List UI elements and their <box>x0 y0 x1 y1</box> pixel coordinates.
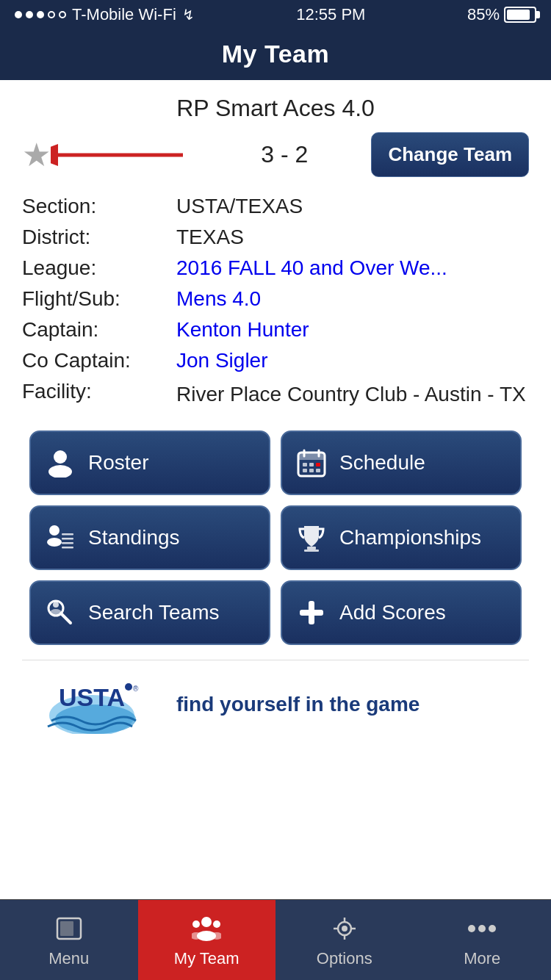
svg-rect-11 <box>316 463 320 466</box>
standings-button[interactable]: Standings <box>29 505 270 570</box>
svg-rect-10 <box>309 463 314 466</box>
district-label: District: <box>22 226 176 249</box>
tab-myteam[interactable]: My Team <box>138 900 276 980</box>
championships-icon <box>294 520 329 555</box>
district-value: TEXAS <box>176 226 244 249</box>
svg-rect-20 <box>307 547 316 550</box>
svg-rect-12 <box>309 469 314 472</box>
page-title: My Team <box>222 40 329 68</box>
change-team-button[interactable]: Change Team <box>371 132 529 177</box>
team-record: 3 - 2 <box>198 141 371 168</box>
flight-label: Flight/Sub: <box>22 287 176 311</box>
search-teams-icon <box>43 595 78 630</box>
tab-bar: Menu My Team Options <box>0 899 551 980</box>
facility-row: Facility: River Place Country Club - Aus… <box>22 380 529 408</box>
time-label: 12:55 PM <box>296 5 365 24</box>
league-row: League: 2016 FALL 40 and Over We... <box>22 256 529 280</box>
svg-point-14 <box>49 525 60 536</box>
menu-icon <box>53 912 85 945</box>
favorite-star[interactable]: ★ <box>22 139 51 171</box>
roster-label: Roster <box>88 451 148 475</box>
add-scores-icon <box>294 595 329 630</box>
svg-point-31 <box>125 683 132 691</box>
svg-rect-13 <box>316 469 320 472</box>
search-teams-label: Search Teams <box>88 601 219 624</box>
league-label: League: <box>22 256 176 280</box>
arrow-icon <box>51 140 198 170</box>
svg-point-15 <box>47 538 62 547</box>
usta-banner: USTA ® find yourself in the game <box>22 660 529 749</box>
svg-point-49 <box>489 925 496 932</box>
championships-button[interactable]: Championships <box>281 505 522 570</box>
facility-label: Facility: <box>22 380 176 403</box>
svg-point-2 <box>54 450 67 464</box>
svg-rect-16 <box>62 533 73 536</box>
more-icon <box>466 912 498 945</box>
nav-bar: My Team <box>0 29 551 80</box>
tab-more[interactable]: More <box>414 900 552 980</box>
cocaptain-value[interactable]: Jon Sigler <box>176 349 268 372</box>
svg-rect-9 <box>303 469 307 472</box>
svg-rect-18 <box>62 542 73 544</box>
standings-icon <box>43 520 78 555</box>
tab-menu-label: Menu <box>48 949 89 968</box>
schedule-icon <box>294 445 329 480</box>
svg-line-25 <box>61 613 71 623</box>
championships-label: Championships <box>339 526 481 550</box>
add-scores-label: Add Scores <box>339 601 446 624</box>
wifi-icon: ↯ <box>182 6 195 24</box>
svg-rect-27 <box>300 610 323 616</box>
league-value[interactable]: 2016 FALL 40 and Over We... <box>176 256 447 280</box>
standings-label: Standings <box>88 526 180 550</box>
captain-value[interactable]: Kenton Hunter <box>176 318 309 342</box>
tab-myteam-label: My Team <box>174 949 240 968</box>
svg-point-47 <box>468 925 475 932</box>
schedule-label: Schedule <box>339 451 425 475</box>
svg-rect-5 <box>298 453 325 460</box>
facility-value: River Place Country Club - Austin - TX <box>176 380 526 408</box>
svg-rect-34 <box>60 921 73 936</box>
carrier-label: T-Mobile Wi-Fi <box>72 5 176 24</box>
team-name: RP Smart Aces 4.0 <box>22 95 529 122</box>
roster-button[interactable]: Roster <box>29 430 270 495</box>
district-row: District: TEXAS <box>22 226 529 249</box>
usta-tagline: find yourself in the game <box>176 693 419 716</box>
usta-logo: USTA ® <box>44 675 162 734</box>
team-stats-row: ★ 3 - 2 Change Team <box>22 132 529 177</box>
svg-point-35 <box>201 917 212 927</box>
red-arrow <box>51 140 198 170</box>
cocaptain-label: Co Captain: <box>22 349 176 372</box>
tab-options[interactable]: Options <box>276 900 414 980</box>
svg-point-3 <box>48 465 72 478</box>
battery-icon <box>504 7 536 23</box>
favorite-arrow-area: ★ <box>22 139 198 171</box>
signal-icon <box>15 11 66 18</box>
cocaptain-row: Co Captain: Jon Sigler <box>22 349 529 372</box>
captain-label: Captain: <box>22 318 176 342</box>
tab-menu[interactable]: Menu <box>0 900 138 980</box>
svg-rect-8 <box>303 463 307 466</box>
status-bar: T-Mobile Wi-Fi ↯ 12:55 PM 85% <box>0 0 551 29</box>
options-icon <box>328 912 361 945</box>
tab-options-label: Options <box>317 949 372 968</box>
svg-point-42 <box>342 926 347 932</box>
svg-point-23 <box>53 602 59 608</box>
battery-fill <box>507 10 530 20</box>
section-row: Section: USTA/TEXAS <box>22 195 529 218</box>
battery-percent: 85% <box>467 5 500 24</box>
add-scores-button[interactable]: Add Scores <box>281 580 522 645</box>
myteam-icon <box>190 912 223 945</box>
svg-point-37 <box>213 920 220 928</box>
captain-row: Captain: Kenton Hunter <box>22 318 529 342</box>
svg-point-48 <box>478 925 486 932</box>
schedule-button[interactable]: Schedule <box>281 430 522 495</box>
status-left: T-Mobile Wi-Fi ↯ <box>15 5 195 24</box>
section-label: Section: <box>22 195 176 218</box>
tab-more-label: More <box>464 949 500 968</box>
search-teams-button[interactable]: Search Teams <box>29 580 270 645</box>
svg-rect-17 <box>62 538 73 540</box>
svg-text:USTA: USTA <box>59 683 125 711</box>
team-info-table: Section: USTA/TEXAS District: TEXAS Leag… <box>22 195 529 408</box>
flight-value[interactable]: Mens 4.0 <box>176 287 261 311</box>
svg-point-36 <box>192 920 200 928</box>
